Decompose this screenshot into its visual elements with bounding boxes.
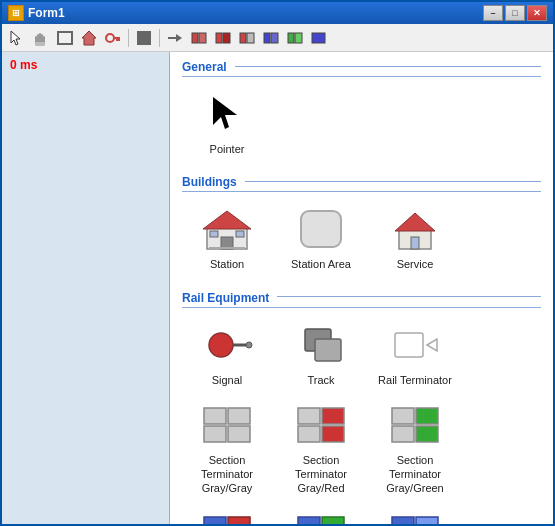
section-term-bg-icon [297, 510, 345, 524]
left-panel: 0 ms [2, 52, 170, 524]
toolbox-panel: General Pointer Buildings [170, 52, 553, 524]
window-title: Form1 [28, 6, 483, 20]
section-term-gg-icon [203, 401, 251, 449]
arrow-tool-button[interactable] [164, 27, 186, 49]
svg-marker-0 [11, 31, 20, 45]
app-icon: ⊞ [8, 5, 24, 21]
rail-tool-grid: Signal Track [182, 316, 541, 524]
general-section-line [235, 66, 541, 67]
svg-rect-11 [118, 39, 120, 41]
track-tool-label: Track [307, 373, 334, 387]
svg-rect-58 [228, 517, 250, 524]
close-button[interactable]: ✕ [527, 5, 547, 21]
box-green-tool-button[interactable] [284, 27, 306, 49]
svg-rect-22 [264, 33, 270, 43]
svg-rect-62 [322, 517, 344, 524]
box-multi-tool-button[interactable] [236, 27, 258, 49]
svg-rect-65 [392, 517, 414, 524]
svg-point-9 [106, 34, 114, 42]
svg-rect-32 [236, 231, 244, 237]
svg-rect-6 [35, 42, 45, 46]
pointer-tool[interactable]: Pointer [182, 85, 272, 161]
section-term-br-tool[interactable]: Section Terminator Blue/Red [182, 505, 272, 524]
svg-point-40 [246, 342, 252, 348]
main-area: 0 ms General Pointer [2, 52, 553, 524]
svg-rect-19 [223, 33, 230, 43]
station-area-icon [297, 205, 345, 253]
svg-rect-18 [216, 33, 222, 43]
service-tool[interactable]: Service [370, 200, 460, 276]
title-bar: ⊞ Form1 – □ ✕ [2, 2, 553, 24]
maximize-button[interactable]: □ [505, 5, 525, 21]
station-tool-label: Station [210, 257, 244, 271]
rail-terminator-tool-label: Rail Terminator [378, 373, 452, 387]
svg-rect-13 [137, 31, 151, 45]
general-tool-grid: Pointer [182, 85, 541, 161]
general-section-header: General [182, 60, 541, 77]
svg-rect-16 [192, 33, 198, 43]
svg-rect-12 [116, 39, 118, 41]
svg-rect-26 [312, 33, 325, 43]
buildings-tool-grid: Station Station Area [182, 200, 541, 276]
toolbar-separator-1 [128, 29, 129, 47]
svg-rect-66 [416, 517, 438, 524]
section-term-bg-tool[interactable]: Section Terminator Blue/Green [276, 505, 366, 524]
svg-marker-36 [395, 213, 435, 231]
section-term-gcg-icon [391, 401, 439, 449]
section-term-gr-tool[interactable]: Section Terminator Gray/Red [276, 396, 366, 501]
svg-rect-50 [322, 408, 344, 424]
svg-rect-25 [295, 33, 302, 43]
section-term-bb-tool[interactable]: Section Terminator Blue/Blue [370, 505, 460, 524]
svg-marker-44 [427, 339, 437, 351]
svg-rect-10 [113, 37, 120, 39]
svg-rect-47 [204, 426, 226, 442]
svg-rect-24 [288, 33, 294, 43]
svg-rect-31 [210, 231, 218, 237]
box-red-tool-button[interactable] [188, 27, 210, 49]
svg-rect-53 [392, 408, 414, 424]
station-icon [203, 205, 251, 253]
minimize-button[interactable]: – [483, 5, 503, 21]
rail-terminator-tool[interactable]: Rail Terminator [370, 316, 460, 392]
pointer-icon [203, 90, 251, 138]
signal-tool[interactable]: Signal [182, 316, 272, 392]
svg-rect-7 [58, 32, 72, 44]
window-controls: – □ ✕ [483, 5, 547, 21]
rect-tool-button[interactable] [54, 27, 76, 49]
svg-rect-23 [271, 33, 278, 43]
section-term-gr-icon [297, 401, 345, 449]
toolbar [2, 24, 553, 52]
svg-rect-17 [199, 33, 206, 43]
svg-rect-56 [416, 426, 438, 442]
color-swatch-button[interactable] [133, 27, 155, 49]
buildings-section-header: Buildings [182, 175, 541, 192]
svg-rect-51 [298, 426, 320, 442]
toolbar-separator-2 [159, 29, 160, 47]
svg-marker-8 [82, 31, 96, 45]
section-term-gg-tool[interactable]: Section Terminator Gray/Gray [182, 396, 272, 501]
house-tool-button[interactable] [78, 27, 100, 49]
main-window: ⊞ Form1 – □ ✕ [0, 0, 555, 526]
svg-rect-21 [247, 33, 254, 43]
track-tool[interactable]: Track [276, 316, 366, 392]
svg-rect-61 [298, 517, 320, 524]
svg-rect-54 [416, 408, 438, 424]
svg-rect-43 [395, 333, 423, 357]
box-blue2-tool-button[interactable] [308, 27, 330, 49]
hand-tool-button[interactable] [30, 27, 52, 49]
cursor-tool-button[interactable] [6, 27, 28, 49]
svg-marker-15 [176, 34, 182, 42]
section-term-gg-label: Section Terminator Gray/Gray [185, 453, 269, 496]
svg-rect-20 [240, 33, 246, 43]
section-term-gcg-tool[interactable]: Section Terminator Gray/Green [370, 396, 460, 501]
station-tool[interactable]: Station [182, 200, 272, 276]
svg-marker-29 [203, 211, 251, 229]
station-area-tool[interactable]: Station Area [276, 200, 366, 276]
svg-rect-49 [298, 408, 320, 424]
box-red2-tool-button[interactable] [212, 27, 234, 49]
svg-rect-45 [204, 408, 226, 424]
timer-display: 0 ms [6, 56, 165, 74]
key-tool-button[interactable] [102, 27, 124, 49]
section-term-br-icon [203, 510, 251, 524]
box-blue-tool-button[interactable] [260, 27, 282, 49]
